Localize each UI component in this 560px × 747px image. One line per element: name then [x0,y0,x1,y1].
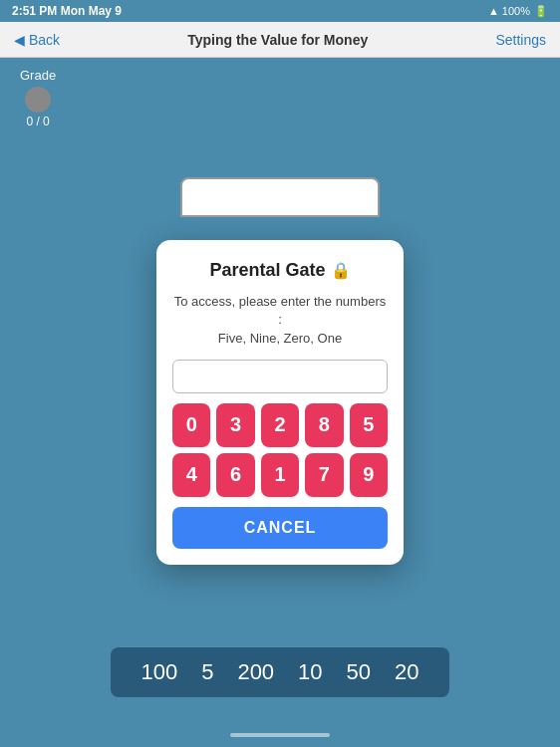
numpad-btn-2[interactable]: 2 [261,403,299,447]
numpad-btn-7[interactable]: 7 [305,453,343,497]
back-button[interactable]: ◀ Back [14,32,60,48]
numpad-btn-9[interactable]: 9 [350,453,388,497]
code-input[interactable] [172,360,388,393]
modal-title: Parental Gate 🔒 [172,260,388,281]
numpad-btn-3[interactable]: 3 [216,403,254,447]
main-content: Grade 0 / 0 Parental Gate 🔒 To access, p… [0,58,560,747]
modal-overlay: Parental Gate 🔒 To access, please enter … [0,58,560,747]
numpad-btn-1[interactable]: 1 [261,453,299,497]
status-time: 2:51 PM Mon May 9 [12,4,122,18]
numpad-btn-0[interactable]: 0 [172,403,210,447]
wifi-icon: ▲ 100% [488,5,530,17]
status-bar: 2:51 PM Mon May 9 ▲ 100% 🔋 [0,0,560,22]
lock-icon: 🔒 [331,262,351,279]
numpad: 0328546179 [172,403,388,497]
numpad-btn-6[interactable]: 6 [216,453,254,497]
nav-bar: ◀ Back Typing the Value for Money Settin… [0,22,560,58]
cancel-button[interactable]: CANCEL [172,507,388,549]
modal-instruction: To access, please enter the numbers : Fi… [172,293,388,348]
numpad-btn-8[interactable]: 8 [305,403,343,447]
battery-icon: 🔋 [534,5,548,18]
numpad-btn-5[interactable]: 5 [350,403,388,447]
settings-button[interactable]: Settings [495,32,546,48]
page-title: Typing the Value for Money [187,32,368,48]
status-right: ▲ 100% 🔋 [488,5,548,18]
parental-gate-modal: Parental Gate 🔒 To access, please enter … [156,240,404,565]
numpad-btn-4[interactable]: 4 [172,453,210,497]
